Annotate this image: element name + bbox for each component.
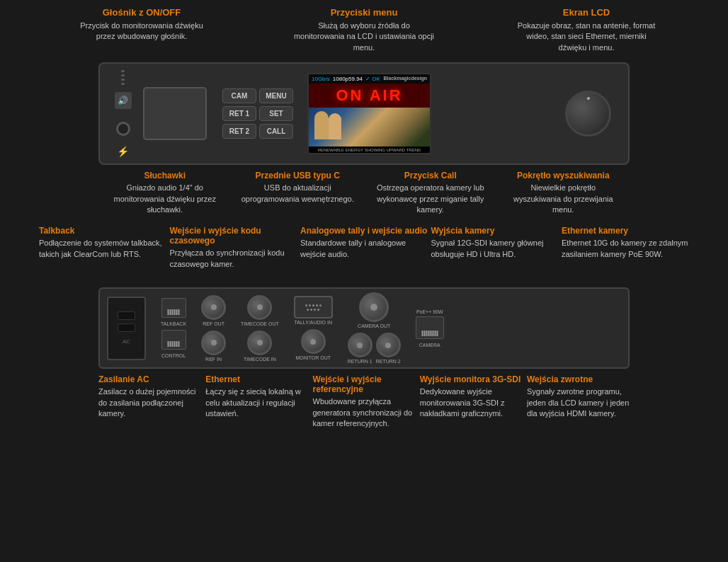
return1-bnc — [348, 333, 372, 357]
rj45-pin — [426, 331, 427, 336]
bnc-center — [357, 343, 363, 348]
ret1-button[interactable]: RET 1 — [222, 106, 256, 121]
rj45-contacts-3 — [421, 331, 438, 336]
knob-dot — [587, 97, 590, 100]
ac-power-inlet: AC — [107, 297, 146, 360]
db-pin — [309, 304, 311, 306]
talkback-desc: Podłączenie do systemów talkback, takich… — [39, 238, 166, 260]
lcd-desc: Pokazuje obraz, stan na antenie, format … — [516, 21, 657, 53]
monitor-out-bnc — [301, 329, 326, 354]
tally-audio-connector: TALLY/AUDIO IN — [294, 296, 333, 325]
speaker-area: 🔊 ⚡ — [107, 64, 139, 164]
rj45-pin — [178, 309, 180, 315]
eth-title: Ethernet — [205, 374, 308, 384]
rear-label-return: Wejścia zwrotne Sygnały zwrotne programu… — [527, 374, 630, 429]
mid-label-timecode: Wejście i wyjście kodu czasowego Przyłąc… — [170, 226, 297, 270]
rj45-pin — [168, 341, 169, 347]
db-pin — [317, 309, 319, 311]
mid-label-tally: Analogowe tally i wejście audio Standard… — [300, 226, 428, 270]
return1-connector: RETURN 1 — [348, 333, 372, 364]
timecode-out-connector: TIMECODE OUT — [241, 295, 279, 326]
return2-bnc — [376, 333, 401, 357]
menu-button[interactable]: MENU — [259, 88, 293, 103]
rear-label-monitor-sdi: Wyjście monitora 3G-SDI Dedykowane wyjśc… — [420, 374, 523, 429]
rj45-pin — [172, 309, 174, 315]
rj45-pin — [176, 341, 178, 347]
front-panel: 🔊 ⚡ CAM MENU RET 1 SET RET 2 CALL 10Gb/s… — [98, 62, 630, 165]
rj45-pin — [436, 331, 438, 336]
ac-slot-1 — [118, 311, 135, 320]
timecode-in-label: TIMECODE IN — [244, 357, 276, 362]
set-button[interactable]: SET — [259, 106, 293, 121]
top-label-speaker: Głośnik z ON/OFF Przycisk do monitorowan… — [71, 7, 212, 53]
talkback-label: TALKBACK — [161, 321, 186, 326]
speaker-line-4 — [121, 83, 125, 85]
lcd-ticker: RENEWABLE ENERGY SHOWING UPWARD TREND — [309, 147, 430, 154]
db-pin — [319, 304, 322, 306]
return2-connector: RETURN 2 — [376, 333, 401, 364]
rear-panel-wrapper: AC TALKBACK — [98, 287, 630, 369]
return-ports-row: RETURN 1 RETURN 2 — [348, 333, 401, 364]
monitor-out-connector: MONITOR OUT — [295, 329, 331, 360]
touchpad[interactable] — [143, 87, 207, 140]
talkback-port — [161, 298, 186, 318]
mid-label-camera-output: Wyjścia kamery Sygnał 12G-SDI kamery głó… — [431, 226, 559, 270]
rj45-pin — [428, 331, 429, 336]
ethernet-ports-group: TALKBACK CONTROL — [161, 298, 186, 358]
ref-io-title: Wejście i wyjście referencyjne — [313, 374, 416, 394]
on-air-display: ON AIR — [309, 84, 430, 108]
db-pin — [312, 304, 314, 306]
camera-output-desc: Sygnał 12G-SDI kamery głównej obsługuje … — [431, 238, 559, 260]
camera-out-label: CAMERA OUT — [358, 323, 390, 328]
rj45-pin — [174, 309, 176, 315]
ac-desc: Zasilacz o dużej pojemności do zasilania… — [98, 386, 201, 419]
lcd-title: Ekran LCD — [516, 7, 657, 18]
lcd-video-preview — [309, 108, 430, 147]
usb-title: Przednie USB typu C — [241, 171, 354, 180]
ret2-button[interactable]: RET 2 — [222, 124, 256, 139]
return1-label: RETURN 1 — [348, 359, 372, 364]
timecode-in-connector: TIMECODE IN — [244, 331, 276, 362]
cam-button[interactable]: CAM — [222, 88, 256, 103]
rear-bottom-labels-section: Zasilanie AC Zasilacz o dużej pojemności… — [98, 369, 630, 432]
camera-output-title: Wyjścia kamery — [431, 226, 559, 236]
camera-eth-title: Ethernet kamery — [562, 226, 689, 236]
front-label-usb: Przednie USB typu C USB do aktualizacji … — [241, 171, 354, 215]
timecode-out-bnc — [247, 295, 272, 320]
top-label-menu: Przyciski menu Służą do wyboru źródła do… — [293, 7, 435, 53]
rear-panel: AC TALKBACK — [98, 287, 630, 369]
ref-out-label: REF OUT — [203, 321, 224, 326]
timecode-in-bnc — [247, 331, 272, 355]
ref-out-connector: REF OUT — [201, 295, 226, 326]
timecode-out-label: TIMECODE OUT — [241, 321, 279, 326]
rj45-pin — [178, 341, 180, 347]
rear-label-ref-io: Wejście i wyjście referencyjne Wbudowane… — [313, 374, 416, 429]
front-label-headphones: Słuchawki Gniazdo audio 1/4" do monitoro… — [108, 171, 222, 215]
menu-desc: Służą do wyboru źródła do monitorowania … — [293, 21, 435, 53]
monitor-out-label: MONITOR OUT — [295, 355, 331, 360]
db-body — [294, 296, 333, 319]
camera-return-group: CAMERA OUT RETURN 1 RETURN 2 — [348, 292, 401, 364]
bnc-center — [310, 339, 316, 345]
tally-monitor-group: TALLY/AUDIO IN MONITOR OUT — [294, 296, 333, 360]
bnc-center — [385, 343, 391, 348]
rj45-pin — [170, 309, 171, 315]
lcd-ok: ✓ OK — [365, 76, 380, 82]
camera-out-connector: CAMERA OUT — [358, 292, 390, 328]
db-row-2 — [307, 309, 319, 311]
bnc-center — [370, 304, 377, 311]
lcd-speed: 10Gb/s — [312, 76, 330, 82]
top-labels-section: Głośnik z ON/OFF Przycisk do monitorowan… — [0, 0, 728, 53]
buttons-section: CAM MENU RET 1 SET RET 2 CALL — [222, 88, 293, 139]
ac-title: Zasilanie AC — [98, 374, 201, 384]
rj45-pin — [168, 309, 169, 315]
call-button[interactable]: CALL — [259, 124, 293, 139]
camera-rj45-port — [416, 316, 444, 339]
search-knob[interactable] — [565, 91, 611, 137]
ref-io-desc: Wbudowane przyłącza generatora synchroni… — [313, 396, 416, 429]
rear-label-ac: Zasilanie AC Zasilacz o dużej pojemności… — [98, 374, 201, 429]
mid-label-talkback: Talkback Podłączenie do systemów talkbac… — [39, 226, 166, 270]
top-label-lcd: Ekran LCD Pokazuje obraz, stan na anteni… — [516, 7, 657, 53]
speaker-desc: Przycisk do monitorowania dźwięku przez … — [71, 21, 212, 42]
bnc-center — [211, 340, 217, 345]
